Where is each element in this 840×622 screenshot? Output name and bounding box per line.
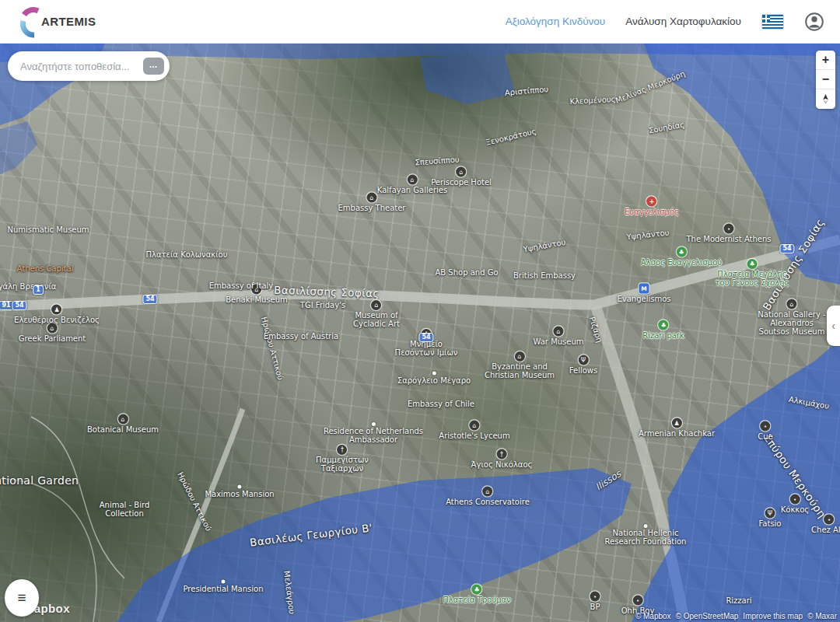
map-label: Ριζάρη [587, 316, 604, 344]
map-label[interactable]: +Ευαγγελισμός [625, 197, 679, 216]
park-marker-icon[interactable]: ♣ [747, 259, 758, 269]
museum-marker-icon[interactable]: ⌂ [553, 327, 563, 337]
museum-marker-icon[interactable]: ⌂ [483, 487, 493, 497]
dot-black-marker-icon[interactable]: • [723, 224, 733, 234]
dot-black-marker-icon[interactable]: • [760, 421, 770, 432]
map-label[interactable]: ♟Ελευθέριος Βενιζέλος [14, 305, 100, 324]
hotel-marker-icon[interactable]: ⌂ [457, 167, 467, 177]
account-icon[interactable] [804, 12, 824, 32]
dot-marker-icon[interactable] [238, 485, 242, 489]
map-label[interactable]: ⌂Aristotle's Lyceum [439, 421, 509, 440]
map-label[interactable]: ♣Πλατεία Τρούμαν [443, 585, 511, 604]
map-label[interactable]: ⌂Botanical Museum [87, 414, 159, 434]
map-label-text: Μελεάγρου [282, 570, 296, 614]
map-label[interactable]: Residence of NetherlandsAmbassador [324, 422, 423, 444]
side-panel-toggle[interactable]: ‹ [827, 306, 840, 346]
map-label[interactable]: †ΠαμμεγίστωνΤαξιαρχών [316, 445, 369, 473]
museum-marker-icon[interactable]: ⌂ [47, 323, 57, 334]
map-label[interactable]: ⌂Athens Conservatoire [446, 487, 530, 506]
statue-marker-icon[interactable]: ♟ [672, 418, 682, 428]
map-label[interactable]: ΨFellows [569, 355, 597, 375]
map-label[interactable]: ΨFatsio [759, 508, 782, 528]
dot-black-marker-icon[interactable]: • [824, 515, 834, 525]
map-label: Ξενοκράτους [485, 127, 537, 147]
map-label[interactable]: ♣Άλσος Ευαγγελισμού [641, 247, 722, 267]
map-label[interactable]: ⌂Museum ofCycladic Art [353, 300, 400, 328]
map-label: Σουηδίας [648, 121, 685, 135]
map-label[interactable]: ♟Armenian Khachkar [639, 418, 715, 438]
statue-marker-icon[interactable]: ♟ [52, 305, 62, 315]
dot-black-marker-icon[interactable]: • [590, 592, 600, 602]
map-attribution: © Mapbox © OpenStreetMap Improve this ma… [635, 612, 837, 620]
map-label: Rizzari [726, 596, 751, 605]
layers-menu-button[interactable]: ≡ [5, 579, 39, 617]
map-label[interactable]: ♣Rizari park [642, 320, 684, 340]
greek-flag-icon[interactable] [761, 14, 784, 30]
hospital-marker-icon[interactable]: + [647, 197, 657, 207]
map-label: Κλεομένους [569, 95, 616, 106]
map-label-text: του Γένους Σχολής [716, 278, 789, 287]
museum-marker-icon[interactable]: ⌂ [371, 300, 381, 310]
museum-marker-icon[interactable]: ⌂ [367, 193, 377, 203]
search-input[interactable] [19, 60, 138, 73]
map-label-text: Υψηλάντου [523, 238, 566, 253]
park-marker-icon[interactable]: ♣ [471, 585, 481, 595]
nav-risk-assessment[interactable]: Αξιολόγηση Κινδύνου [506, 16, 606, 27]
map-label-text: Aristotle's Lyceum [439, 432, 509, 440]
map-label: AB Shop and Go [435, 268, 498, 277]
map-label[interactable]: ⌂Byzantine andChristian Museum [485, 351, 555, 379]
dot-marker-icon[interactable] [432, 372, 436, 376]
location-search-bar: ••• [8, 51, 170, 81]
map-label[interactable]: ⌂National Gallery -AlexandrosSoutsos Mus… [758, 299, 825, 336]
map-label[interactable]: •Chez Alic [811, 515, 840, 534]
dot-marker-icon[interactable] [644, 524, 648, 528]
map-label[interactable]: Σαρόγλειο Μέγαρο [397, 372, 471, 385]
dot-black-marker-icon[interactable]: • [633, 596, 643, 606]
map-label[interactable]: ⌂Greek Parliament [19, 323, 86, 343]
map-label: Embassy of Chile [408, 400, 474, 408]
map-label-text: BP [590, 603, 600, 611]
map-label[interactable]: •BP [590, 592, 600, 611]
map-canvas[interactable]: Βασιλίσσης ΣοφίαςΒασιλίσσης ΣοφίαςΒασιλέ… [0, 44, 840, 622]
map-label-text: Athens Capital [17, 264, 74, 273]
map-label[interactable]: •Κόκκος [781, 494, 809, 514]
map-label-text: Benaki Museum [226, 295, 288, 304]
museum-marker-icon[interactable]: ⌂ [408, 175, 418, 185]
map-label[interactable]: MEvangelismos [617, 284, 670, 303]
metro-marker-icon[interactable]: M [639, 284, 649, 294]
church-marker-icon[interactable]: † [338, 445, 348, 455]
map-label[interactable]: ⌂Kalfayan Galleries [377, 175, 447, 194]
compass-button[interactable] [816, 89, 835, 109]
map-label[interactable]: ⌂War Museum [533, 327, 583, 346]
dot-marker-icon[interactable] [372, 422, 376, 426]
map-label[interactable]: •Cue [758, 421, 772, 441]
dot-marker-icon[interactable] [221, 580, 225, 584]
park-marker-icon[interactable]: ♣ [659, 320, 669, 330]
map-label[interactable]: Maximos Mansion [205, 485, 274, 498]
museum-marker-icon[interactable]: ⌂ [117, 414, 128, 425]
map-label[interactable]: •The Modernist Athens [686, 224, 771, 243]
map-label-text: Rizzari [726, 596, 751, 605]
museum-marker-icon[interactable]: ⌂ [470, 421, 480, 431]
map-label: Animal - BirdCollection [100, 501, 150, 518]
map-label-text: Museum of [355, 311, 397, 320]
map-label[interactable]: ♣Πλατεία Μεγάληςτου Γένους Σχολής [716, 259, 789, 287]
zoom-out-button[interactable]: − [816, 70, 835, 89]
hamburger-menu-icon: ≡ [17, 589, 26, 606]
map-label[interactable]: National HellenicResearch Foundation [605, 524, 687, 546]
restaurant-marker-icon[interactable]: Ψ [765, 508, 775, 519]
museum-marker-icon[interactable]: ⌂ [786, 299, 796, 309]
museum-marker-icon[interactable]: ⌂ [514, 351, 524, 362]
nav-portfolio-analysis[interactable]: Ανάλυση Χαρτοφυλακίου [625, 16, 741, 27]
church-marker-icon[interactable]: † [496, 449, 506, 460]
map-label[interactable]: ⌂Embassy Theater [338, 193, 406, 212]
improve-this-map-link[interactable]: Improve this map [743, 612, 803, 620]
map-label[interactable]: †Άγιος Νικόλαος [471, 449, 533, 469]
map-label[interactable]: Presidential Mansion [183, 580, 263, 593]
map-label-text: Παμμεγίστων [316, 456, 369, 464]
park-marker-icon[interactable]: ♣ [676, 247, 686, 257]
search-options-button[interactable]: ••• [143, 58, 164, 75]
zoom-in-button[interactable]: + [816, 51, 835, 70]
restaurant-marker-icon[interactable]: Ψ [578, 355, 588, 365]
dot-black-marker-icon[interactable]: • [789, 494, 800, 505]
